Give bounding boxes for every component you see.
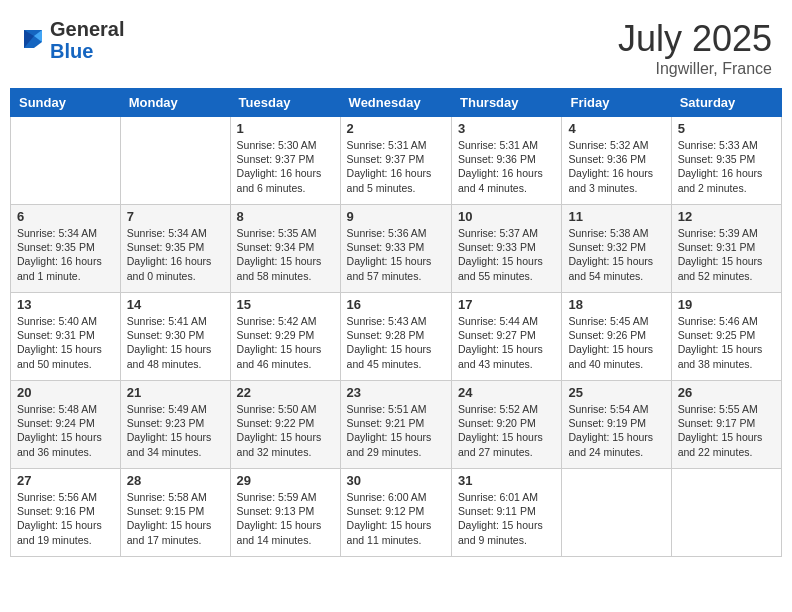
calendar-cell: 1Sunrise: 5:30 AM Sunset: 9:37 PM Daylig… bbox=[230, 117, 340, 205]
weekday-header-saturday: Saturday bbox=[671, 89, 781, 117]
day-info: Sunrise: 5:48 AM Sunset: 9:24 PM Dayligh… bbox=[17, 402, 114, 459]
day-info: Sunrise: 5:41 AM Sunset: 9:30 PM Dayligh… bbox=[127, 314, 224, 371]
day-number: 18 bbox=[568, 297, 664, 312]
day-info: Sunrise: 5:36 AM Sunset: 9:33 PM Dayligh… bbox=[347, 226, 445, 283]
day-number: 19 bbox=[678, 297, 775, 312]
day-number: 25 bbox=[568, 385, 664, 400]
day-info: Sunrise: 5:34 AM Sunset: 9:35 PM Dayligh… bbox=[17, 226, 114, 283]
day-number: 30 bbox=[347, 473, 445, 488]
day-number: 8 bbox=[237, 209, 334, 224]
weekday-header-friday: Friday bbox=[562, 89, 671, 117]
calendar-cell: 26Sunrise: 5:55 AM Sunset: 9:17 PM Dayli… bbox=[671, 381, 781, 469]
weekday-header-tuesday: Tuesday bbox=[230, 89, 340, 117]
calendar-cell bbox=[11, 117, 121, 205]
week-row-3: 13Sunrise: 5:40 AM Sunset: 9:31 PM Dayli… bbox=[11, 293, 782, 381]
day-number: 1 bbox=[237, 121, 334, 136]
day-info: Sunrise: 5:42 AM Sunset: 9:29 PM Dayligh… bbox=[237, 314, 334, 371]
day-number: 4 bbox=[568, 121, 664, 136]
calendar-cell: 2Sunrise: 5:31 AM Sunset: 9:37 PM Daylig… bbox=[340, 117, 451, 205]
calendar-cell: 29Sunrise: 5:59 AM Sunset: 9:13 PM Dayli… bbox=[230, 469, 340, 557]
day-info: Sunrise: 5:50 AM Sunset: 9:22 PM Dayligh… bbox=[237, 402, 334, 459]
day-info: Sunrise: 5:51 AM Sunset: 9:21 PM Dayligh… bbox=[347, 402, 445, 459]
calendar-cell: 4Sunrise: 5:32 AM Sunset: 9:36 PM Daylig… bbox=[562, 117, 671, 205]
month-title: July 2025 bbox=[618, 18, 772, 60]
calendar-cell: 5Sunrise: 5:33 AM Sunset: 9:35 PM Daylig… bbox=[671, 117, 781, 205]
calendar-cell: 28Sunrise: 5:58 AM Sunset: 9:15 PM Dayli… bbox=[120, 469, 230, 557]
day-number: 29 bbox=[237, 473, 334, 488]
day-number: 11 bbox=[568, 209, 664, 224]
weekday-header-wednesday: Wednesday bbox=[340, 89, 451, 117]
day-info: Sunrise: 5:40 AM Sunset: 9:31 PM Dayligh… bbox=[17, 314, 114, 371]
calendar-cell bbox=[671, 469, 781, 557]
day-number: 10 bbox=[458, 209, 555, 224]
week-row-1: 1Sunrise: 5:30 AM Sunset: 9:37 PM Daylig… bbox=[11, 117, 782, 205]
calendar-table: SundayMondayTuesdayWednesdayThursdayFrid… bbox=[10, 88, 782, 557]
day-number: 23 bbox=[347, 385, 445, 400]
day-info: Sunrise: 5:31 AM Sunset: 9:37 PM Dayligh… bbox=[347, 138, 445, 195]
day-info: Sunrise: 5:31 AM Sunset: 9:36 PM Dayligh… bbox=[458, 138, 555, 195]
calendar-cell: 21Sunrise: 5:49 AM Sunset: 9:23 PM Dayli… bbox=[120, 381, 230, 469]
logo-blue-text: Blue bbox=[50, 40, 93, 62]
weekday-header-row: SundayMondayTuesdayWednesdayThursdayFrid… bbox=[11, 89, 782, 117]
day-info: Sunrise: 5:35 AM Sunset: 9:34 PM Dayligh… bbox=[237, 226, 334, 283]
calendar-cell: 13Sunrise: 5:40 AM Sunset: 9:31 PM Dayli… bbox=[11, 293, 121, 381]
day-number: 17 bbox=[458, 297, 555, 312]
calendar-cell: 7Sunrise: 5:34 AM Sunset: 9:35 PM Daylig… bbox=[120, 205, 230, 293]
calendar-cell: 3Sunrise: 5:31 AM Sunset: 9:36 PM Daylig… bbox=[452, 117, 562, 205]
logo-icon bbox=[20, 26, 48, 54]
weekday-header-monday: Monday bbox=[120, 89, 230, 117]
day-number: 28 bbox=[127, 473, 224, 488]
weekday-header-sunday: Sunday bbox=[11, 89, 121, 117]
day-number: 26 bbox=[678, 385, 775, 400]
logo-general-text: General bbox=[50, 18, 124, 40]
day-info: Sunrise: 5:58 AM Sunset: 9:15 PM Dayligh… bbox=[127, 490, 224, 547]
day-number: 6 bbox=[17, 209, 114, 224]
calendar-cell: 9Sunrise: 5:36 AM Sunset: 9:33 PM Daylig… bbox=[340, 205, 451, 293]
day-number: 22 bbox=[237, 385, 334, 400]
day-info: Sunrise: 5:37 AM Sunset: 9:33 PM Dayligh… bbox=[458, 226, 555, 283]
day-info: Sunrise: 5:55 AM Sunset: 9:17 PM Dayligh… bbox=[678, 402, 775, 459]
calendar-cell: 17Sunrise: 5:44 AM Sunset: 9:27 PM Dayli… bbox=[452, 293, 562, 381]
calendar-cell: 20Sunrise: 5:48 AM Sunset: 9:24 PM Dayli… bbox=[11, 381, 121, 469]
day-info: Sunrise: 5:44 AM Sunset: 9:27 PM Dayligh… bbox=[458, 314, 555, 371]
day-number: 9 bbox=[347, 209, 445, 224]
day-number: 24 bbox=[458, 385, 555, 400]
calendar-cell: 12Sunrise: 5:39 AM Sunset: 9:31 PM Dayli… bbox=[671, 205, 781, 293]
day-number: 5 bbox=[678, 121, 775, 136]
day-info: Sunrise: 6:01 AM Sunset: 9:11 PM Dayligh… bbox=[458, 490, 555, 547]
day-info: Sunrise: 5:30 AM Sunset: 9:37 PM Dayligh… bbox=[237, 138, 334, 195]
calendar-cell: 15Sunrise: 5:42 AM Sunset: 9:29 PM Dayli… bbox=[230, 293, 340, 381]
day-info: Sunrise: 5:52 AM Sunset: 9:20 PM Dayligh… bbox=[458, 402, 555, 459]
day-number: 7 bbox=[127, 209, 224, 224]
day-info: Sunrise: 5:59 AM Sunset: 9:13 PM Dayligh… bbox=[237, 490, 334, 547]
day-info: Sunrise: 5:39 AM Sunset: 9:31 PM Dayligh… bbox=[678, 226, 775, 283]
calendar-cell: 10Sunrise: 5:37 AM Sunset: 9:33 PM Dayli… bbox=[452, 205, 562, 293]
day-number: 27 bbox=[17, 473, 114, 488]
week-row-2: 6Sunrise: 5:34 AM Sunset: 9:35 PM Daylig… bbox=[11, 205, 782, 293]
calendar-cell bbox=[562, 469, 671, 557]
title-block: July 2025 Ingwiller, France bbox=[618, 18, 772, 78]
calendar-cell: 14Sunrise: 5:41 AM Sunset: 9:30 PM Dayli… bbox=[120, 293, 230, 381]
calendar-cell bbox=[120, 117, 230, 205]
calendar-cell: 18Sunrise: 5:45 AM Sunset: 9:26 PM Dayli… bbox=[562, 293, 671, 381]
day-info: Sunrise: 5:56 AM Sunset: 9:16 PM Dayligh… bbox=[17, 490, 114, 547]
day-number: 13 bbox=[17, 297, 114, 312]
day-number: 12 bbox=[678, 209, 775, 224]
calendar-cell: 16Sunrise: 5:43 AM Sunset: 9:28 PM Dayli… bbox=[340, 293, 451, 381]
logo: General Blue bbox=[20, 18, 124, 62]
day-number: 20 bbox=[17, 385, 114, 400]
day-info: Sunrise: 5:49 AM Sunset: 9:23 PM Dayligh… bbox=[127, 402, 224, 459]
week-row-4: 20Sunrise: 5:48 AM Sunset: 9:24 PM Dayli… bbox=[11, 381, 782, 469]
day-info: Sunrise: 5:38 AM Sunset: 9:32 PM Dayligh… bbox=[568, 226, 664, 283]
calendar-cell: 11Sunrise: 5:38 AM Sunset: 9:32 PM Dayli… bbox=[562, 205, 671, 293]
calendar-cell: 30Sunrise: 6:00 AM Sunset: 9:12 PM Dayli… bbox=[340, 469, 451, 557]
day-info: Sunrise: 5:45 AM Sunset: 9:26 PM Dayligh… bbox=[568, 314, 664, 371]
day-info: Sunrise: 5:34 AM Sunset: 9:35 PM Dayligh… bbox=[127, 226, 224, 283]
day-info: Sunrise: 6:00 AM Sunset: 9:12 PM Dayligh… bbox=[347, 490, 445, 547]
calendar-cell: 23Sunrise: 5:51 AM Sunset: 9:21 PM Dayli… bbox=[340, 381, 451, 469]
calendar-cell: 22Sunrise: 5:50 AM Sunset: 9:22 PM Dayli… bbox=[230, 381, 340, 469]
weekday-header-thursday: Thursday bbox=[452, 89, 562, 117]
day-number: 15 bbox=[237, 297, 334, 312]
calendar-cell: 24Sunrise: 5:52 AM Sunset: 9:20 PM Dayli… bbox=[452, 381, 562, 469]
calendar-cell: 27Sunrise: 5:56 AM Sunset: 9:16 PM Dayli… bbox=[11, 469, 121, 557]
